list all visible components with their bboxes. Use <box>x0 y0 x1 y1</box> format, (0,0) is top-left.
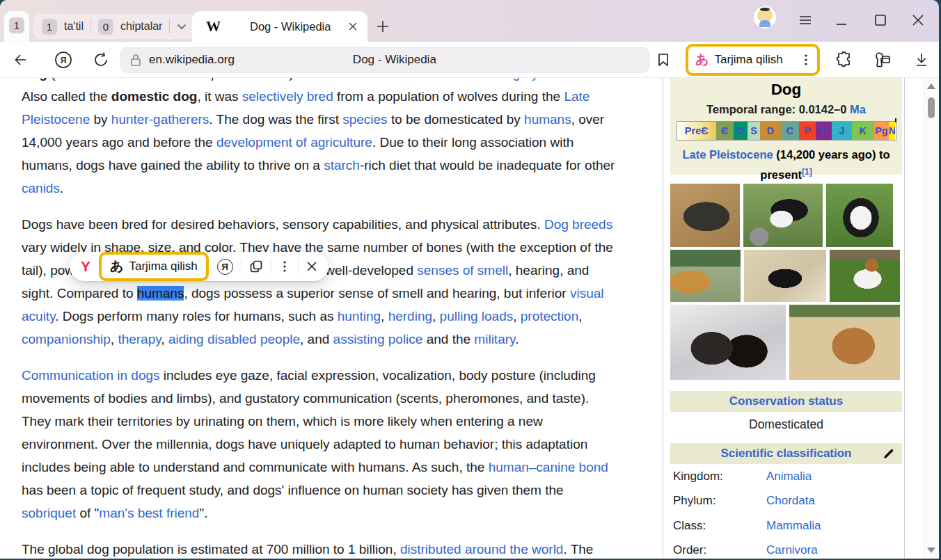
dog-nursing-puppies-on-beach-image[interactable] <box>789 305 900 380</box>
black-dog-in-snowy-field-image[interactable] <box>744 250 826 302</box>
conservation-status-header[interactable]: Conservation status <box>670 391 902 412</box>
timescale-segment-p[interactable]: P <box>799 122 816 140</box>
scroll-down-arrow[interactable] <box>927 547 935 553</box>
jack-russell-terrier-image[interactable] <box>830 250 900 302</box>
wiki-link[interactable]: gray wolf <box>512 78 565 81</box>
extensions-icon[interactable] <box>835 51 853 69</box>
japanese-chin-on-lawn-image[interactable] <box>826 184 893 247</box>
address-bar[interactable]: en.wikipedia.org Dog - Wikipedia <box>120 47 650 73</box>
timescale-segment-n[interactable]: N <box>889 122 895 140</box>
geologic-timescale[interactable]: PreЄЄOSDCPTJKPgN <box>677 122 896 140</box>
timescale-segment-є[interactable]: Є <box>716 122 734 140</box>
translate-menu-icon[interactable] <box>800 53 812 67</box>
tab-close-icon[interactable] <box>348 22 358 31</box>
sled-dogs-in-snow-image[interactable] <box>670 305 786 380</box>
group-tab-label[interactable]: chiptalar <box>120 20 162 33</box>
scroll-up-arrow[interactable] <box>927 83 935 89</box>
wiki-link[interactable]: Dog breeds <box>544 217 612 232</box>
wiki-link[interactable]: selectively bred <box>242 89 333 104</box>
wiki-link[interactable]: sobriquet <box>22 506 76 520</box>
tab-group-chevron-icon[interactable] <box>177 24 187 30</box>
edit-pencil-icon[interactable] <box>883 447 895 460</box>
scientific-classification-link[interactable]: Scientific classification <box>720 447 851 461</box>
wiki-link[interactable]: companionship <box>22 332 111 346</box>
wiki-link[interactable]: canids <box>22 181 60 195</box>
yandex-logo[interactable]: Y <box>81 258 90 275</box>
timescale-segment-j[interactable]: J <box>832 122 851 140</box>
copy-icon[interactable] <box>249 259 263 273</box>
wiki-link[interactable]: Pleistocene <box>22 112 90 127</box>
wiki-link[interactable]: hunter-gatherers <box>111 112 209 127</box>
wiki-link[interactable]: species <box>342 112 387 127</box>
ma-link[interactable]: Ma <box>850 103 866 115</box>
bookmark-icon[interactable] <box>656 52 670 67</box>
wiki-link[interactable]: Communication in dogs <box>22 368 160 383</box>
passwords-icon[interactable] <box>873 51 892 69</box>
group-tab-label[interactable]: ta'til <box>64 20 84 33</box>
conservation-status-link[interactable]: Conservation status <box>729 394 843 408</box>
wiki-link[interactable]: protection <box>521 309 578 323</box>
maximize-button[interactable] <box>873 13 888 28</box>
timescale-segment-o[interactable]: O <box>734 122 748 140</box>
wiki-link[interactable]: senses of smell <box>417 263 508 278</box>
wiki-link[interactable]: aiding disabled people <box>168 332 300 346</box>
wiki-link[interactable]: visual <box>570 286 604 301</box>
timescale-segment-d[interactable]: D <box>760 122 781 140</box>
wiki-link[interactable]: herding <box>388 309 432 323</box>
reload-icon[interactable] <box>92 51 110 69</box>
wiki-link[interactable]: man's best friend <box>99 506 199 520</box>
lock-icon <box>129 53 142 67</box>
wiki-link[interactable]: acuity <box>22 309 55 323</box>
tab-dog-wikipedia[interactable]: W Dog - Wikipedia <box>192 11 367 42</box>
golden-retriever-in-water-image[interactable] <box>670 250 741 302</box>
menu-icon[interactable] <box>798 13 813 28</box>
classification-value-link[interactable]: Mammalia <box>766 519 821 533</box>
text-line: Pleistocene by hunter-gatherers. The dog… <box>22 108 657 131</box>
popup-more-icon[interactable] <box>279 259 290 273</box>
downloads-icon[interactable] <box>913 51 930 68</box>
wiki-link[interactable]: [1] <box>802 167 812 177</box>
timescale-segment-k[interactable]: K <box>852 122 874 140</box>
text-segment: or <box>145 78 164 81</box>
text-segment: (14,200 years ago) to present <box>760 148 889 181</box>
minimize-button[interactable] <box>834 13 849 28</box>
yandex-search-icon[interactable]: Я <box>217 259 233 275</box>
wiki-link[interactable]: military <box>474 332 515 346</box>
yandex-start-icon[interactable]: Я <box>54 51 72 69</box>
timescale-segment-t[interactable]: T <box>816 122 832 140</box>
wiki-link[interactable]: hunting <box>338 309 381 323</box>
wiki-link[interactable]: Late Pleistocene <box>682 148 773 161</box>
timescale-segment-pg[interactable]: Pg <box>874 122 889 140</box>
wiki-link[interactable]: pulling loads <box>440 309 514 323</box>
back-icon[interactable] <box>13 51 29 68</box>
close-button[interactable] <box>910 13 926 28</box>
scientific-classification-header[interactable]: Scientific classification <box>670 443 902 464</box>
profile-avatar[interactable] <box>754 6 776 29</box>
translate-button[interactable]: あ Tarjima qilish <box>686 44 820 76</box>
scrollbar-thumb[interactable] <box>928 97 935 118</box>
tab-group[interactable]: 1ta'til0chiptalar <box>33 14 195 39</box>
classification-value-link[interactable]: Carnivora <box>766 543 818 557</box>
pinned-tab[interactable]: 1 <box>4 11 29 42</box>
wiki-link[interactable]: Late <box>564 89 590 104</box>
text-segment: includes eye gaze, facial expression, vo… <box>160 368 596 383</box>
classification-value-link[interactable]: Chordata <box>766 494 815 508</box>
wiki-link[interactable]: starch <box>324 158 360 173</box>
popup-translate-button[interactable]: あ Tarjima qilish <box>99 252 209 281</box>
wiki-link[interactable]: development of agriculture <box>216 135 372 150</box>
wiki-link[interactable]: distributed around the world <box>400 542 563 557</box>
popup-close-icon[interactable] <box>306 261 317 272</box>
classification-value-link[interactable]: Animalia <box>766 470 812 483</box>
wiki-link[interactable]: humans <box>524 112 571 127</box>
new-tab-button[interactable] <box>372 15 394 38</box>
running-merle-dog-image[interactable] <box>670 184 740 247</box>
wiki-link[interactable]: human–canine bond <box>489 460 608 474</box>
timescale-segment-s[interactable]: S <box>748 122 759 140</box>
timescale-segment-c[interactable]: C <box>781 122 799 140</box>
wiki-link[interactable]: assisting police <box>333 332 423 346</box>
page-scrollbar[interactable] <box>924 78 938 559</box>
wiki-link[interactable]: therapy <box>118 332 161 346</box>
black-and-white-dog-on-grass-image[interactable] <box>743 184 823 247</box>
divider <box>90 19 91 33</box>
timescale-segment-preє[interactable]: PreЄ <box>677 122 716 140</box>
